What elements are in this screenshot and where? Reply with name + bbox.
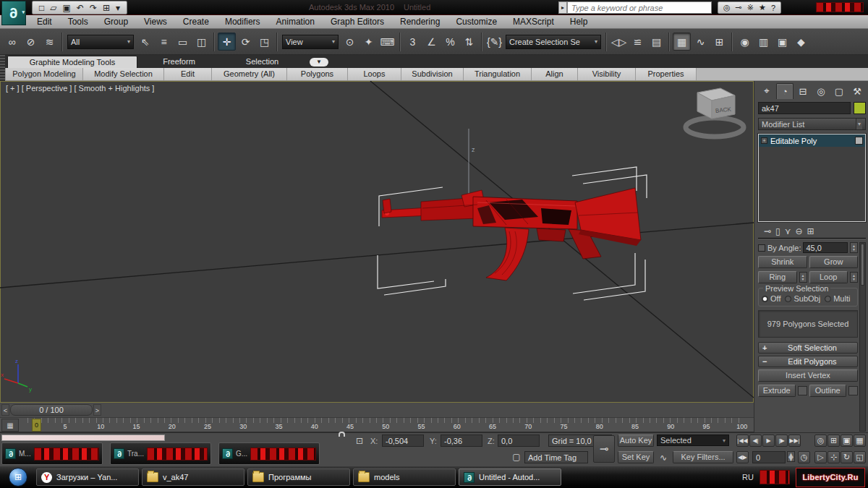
undo-icon[interactable]: ↶ xyxy=(75,3,86,13)
search-expand-icon[interactable]: ▸ xyxy=(558,1,567,14)
render-setup-icon[interactable]: ▥ xyxy=(754,33,773,51)
project-folder-icon[interactable]: ⊞ xyxy=(101,3,112,13)
communication-center-icon[interactable]: ※ xyxy=(745,3,756,12)
named-selection-set-dropdown[interactable]: Create Selection Se xyxy=(506,35,601,49)
radio-preview-off[interactable]: Off xyxy=(762,294,780,303)
subtab-modify-selection[interactable]: Modify Selection xyxy=(83,68,164,80)
select-and-manipulate-icon[interactable]: ✦ xyxy=(359,33,378,51)
ring-button[interactable]: Ring xyxy=(758,271,797,283)
align-icon[interactable]: ≌ xyxy=(629,33,647,51)
outline-button[interactable]: Outline xyxy=(809,385,847,397)
insert-vertex-button[interactable]: Insert Vertex xyxy=(758,369,858,382)
by-angle-spinner[interactable]: ▲▼ xyxy=(850,242,858,253)
shrink-button[interactable]: Shrink xyxy=(758,256,807,268)
zoom-extents-icon[interactable]: ▣ xyxy=(841,435,853,447)
favorites-star-icon[interactable]: ★ xyxy=(757,3,768,12)
task-3dsmax-untitled[interactable]: Untitled - Autod... xyxy=(459,468,561,486)
subtab-loops[interactable]: Loops xyxy=(348,68,401,80)
add-time-tag[interactable]: Add Time Tag xyxy=(524,451,588,463)
rollout-edit-polygons[interactable]: −Edit Polygons xyxy=(758,356,858,367)
miniwindow-maxscript[interactable]: M... xyxy=(1,442,103,465)
render-production-icon[interactable]: ◆ xyxy=(792,33,810,51)
subtab-visibility[interactable]: Visibility xyxy=(578,68,636,80)
absolute-mode-icon[interactable]: ⊡ xyxy=(353,436,366,446)
play-button[interactable]: ▶ xyxy=(762,435,775,447)
bind-to-space-warp-icon[interactable]: ≋ xyxy=(41,33,59,51)
tab-freeform[interactable]: Freeform xyxy=(137,56,221,68)
subtab-triangulation[interactable]: Triangulation xyxy=(464,68,532,80)
tab-create[interactable]: ⌖ xyxy=(758,83,775,99)
subtab-polygon-modeling[interactable]: Polygon Modeling xyxy=(5,68,83,80)
grow-button[interactable]: Grow xyxy=(809,256,859,268)
graphite-modeling-ribbon-toggle-icon[interactable]: ▦ xyxy=(673,33,691,51)
object-color-swatch[interactable] xyxy=(854,102,866,114)
subtab-edit[interactable]: Edit xyxy=(164,68,212,80)
keyboard-shortcut-override-icon[interactable]: ⌨ xyxy=(378,33,396,51)
set-key-button[interactable]: Set Key xyxy=(618,451,654,463)
mirror-icon[interactable]: ◁▷ xyxy=(610,33,628,51)
search-input[interactable] xyxy=(567,1,712,14)
extrude-settings-icon[interactable] xyxy=(798,386,807,395)
loop-spinner[interactable]: ▲▼ xyxy=(850,272,858,283)
window-controls-censored[interactable] xyxy=(816,2,864,12)
menu-item[interactable]: Tools xyxy=(60,15,96,29)
outline-settings-icon[interactable] xyxy=(848,386,858,395)
edit-named-selection-sets-icon[interactable]: {✎} xyxy=(485,33,503,51)
perspective-viewport[interactable]: [ + ] [ Perspective ] [ Smooth + Highlig… xyxy=(0,81,754,403)
y-coordinate-field[interactable]: -0,36 xyxy=(441,435,482,447)
viewcube[interactable]: BACK xyxy=(686,88,744,137)
menu-item[interactable]: Rendering xyxy=(392,15,448,29)
application-menu-button[interactable]: 6▾ xyxy=(1,1,26,25)
select-and-rotate-icon[interactable]: ⟳ xyxy=(237,33,255,51)
tab-utilities[interactable]: ⚒ xyxy=(848,83,866,99)
loop-button[interactable]: Loop xyxy=(809,271,848,283)
schematic-view-icon[interactable]: ⊞ xyxy=(710,33,728,51)
open-file-icon[interactable]: ▱ xyxy=(48,3,59,13)
tab-motion[interactable]: ◎ xyxy=(812,83,830,99)
previous-frame-button[interactable]: ◀| xyxy=(749,435,762,447)
by-angle-checkbox[interactable] xyxy=(758,244,765,252)
start-button[interactable]: ⊞ xyxy=(9,468,27,487)
unlink-selection-icon[interactable]: ⊘ xyxy=(22,33,40,51)
zoom-icon[interactable]: ◎ xyxy=(814,435,827,447)
menu-item[interactable]: Modifiers xyxy=(217,15,268,29)
next-frame-button[interactable]: |▶ xyxy=(775,435,788,447)
go-to-start-button[interactable]: |◀◀ xyxy=(736,435,749,447)
ak47-model[interactable] xyxy=(382,188,641,281)
modifier-list-dropdown[interactable]: Modifier List xyxy=(758,118,866,130)
task-yandex-downloads[interactable]: Загрузки – Yan... xyxy=(36,468,139,486)
selection-set-dropdown[interactable]: Selected xyxy=(657,435,729,446)
subtab-geometry-all[interactable]: Geometry (All) xyxy=(212,68,287,80)
menu-item[interactable]: Edit xyxy=(29,15,60,29)
subtab-properties[interactable]: Properties xyxy=(636,68,697,80)
frame-back-button[interactable]: < xyxy=(1,404,9,416)
language-indicator[interactable]: RU xyxy=(742,473,754,481)
tab-hierarchy[interactable]: ⊟ xyxy=(794,83,812,99)
task-folder-programs[interactable]: Программы xyxy=(247,468,350,486)
task-folder-v-ak47[interactable]: v_ak47 xyxy=(142,468,244,486)
redo-icon[interactable]: ↷ xyxy=(88,3,99,13)
menu-item[interactable]: Views xyxy=(136,15,175,29)
menu-item[interactable]: Group xyxy=(96,15,136,29)
help-icon[interactable]: ? xyxy=(769,4,778,12)
ribbon-overflow-icon[interactable]: ▼ xyxy=(310,58,328,67)
frame-forward-button[interactable]: > xyxy=(93,404,101,416)
menu-item[interactable]: Animation xyxy=(268,15,323,29)
key-mode-toggle-icon[interactable]: ◀▶ xyxy=(736,451,749,463)
select-by-name-icon[interactable]: ≡ xyxy=(155,33,173,51)
angle-snap-toggle-icon[interactable]: ∠ xyxy=(422,33,441,51)
rendered-frame-window-icon[interactable]: ▣ xyxy=(773,33,791,51)
toggle-set-key-mode-icon[interactable]: ⊸ xyxy=(593,435,615,463)
ring-spinner[interactable]: ▲▼ xyxy=(799,272,807,283)
remove-modifier-icon[interactable]: ⊖ xyxy=(795,226,802,236)
field-of-view-icon[interactable]: ▷ xyxy=(814,451,827,463)
menu-item[interactable]: Create xyxy=(175,15,217,29)
z-coordinate-field[interactable]: 0,0 xyxy=(498,435,540,447)
auto-key-button[interactable]: Auto Key xyxy=(618,435,654,447)
menu-item[interactable]: Help xyxy=(562,15,596,29)
tab-selection[interactable]: Selection xyxy=(221,56,304,68)
maximize-viewport-icon[interactable]: ◱ xyxy=(854,451,866,463)
timeline-playhead[interactable]: 0 xyxy=(32,419,41,432)
frame-spinner[interactable]: ▲▼ xyxy=(787,451,795,462)
select-and-scale-icon[interactable]: ◳ xyxy=(255,33,273,51)
